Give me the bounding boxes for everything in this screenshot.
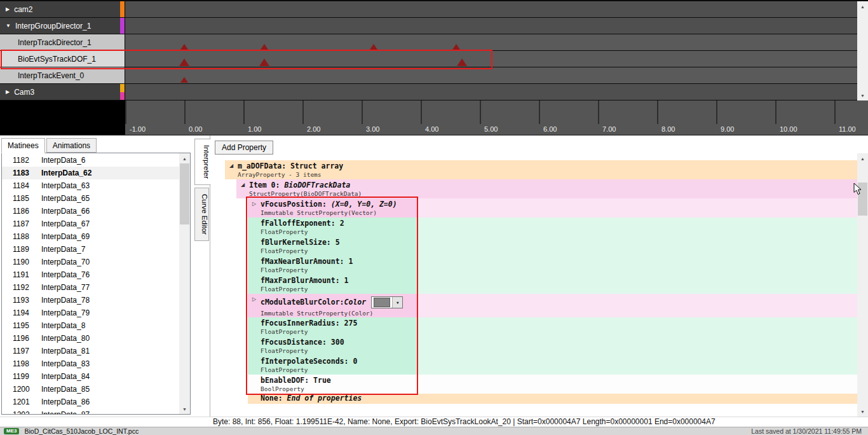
- track-timeline-area[interactable]: [125, 84, 868, 100]
- timeline-ruler[interactable]: -1.000.001.002.003.004.005.006.007.008.0…: [125, 100, 868, 135]
- property-name-value: bEnableDOF: True: [261, 376, 331, 385]
- list-item[interactable]: 1199InterpData_84: [2, 370, 179, 383]
- list-item[interactable]: 1195InterpData_8: [2, 319, 179, 332]
- list-item[interactable]: 1184InterpData_63: [2, 179, 179, 192]
- list-scrollbar-track[interactable]: [179, 163, 190, 404]
- property-row[interactable]: fInterpolateSeconds: 0FloatProperty: [248, 356, 857, 375]
- property-row[interactable]: ▷vFocusPosition: (X=0, Y=0, Z=0)Immutabl…: [248, 198, 857, 218]
- list-item[interactable]: 1200InterpData_85: [2, 383, 179, 396]
- list-item[interactable]: 1188InterpData_69: [2, 230, 179, 243]
- game-badge: ME3: [4, 428, 19, 434]
- property-row[interactable]: fFalloffExponent: 2FloatProperty: [248, 218, 857, 237]
- property-row[interactable]: fMaxNearBlurAmount: 1FloatProperty: [248, 256, 857, 275]
- list-item[interactable]: 1192InterpData_77: [2, 281, 179, 294]
- list-item[interactable]: 1201InterpData_86: [2, 396, 179, 408]
- matinee-list-scrollbar[interactable]: ▲ ▼: [179, 153, 190, 414]
- list-item[interactable]: 1182InterpData_6: [2, 154, 179, 167]
- list-scrollbar-thumb[interactable]: [180, 163, 189, 224]
- tab-matinees[interactable]: Matinees: [1, 138, 45, 153]
- list-item[interactable]: 1194InterpData_79: [2, 307, 179, 319]
- property-row[interactable]: fFocusDistance: 300FloatProperty: [248, 336, 857, 356]
- timeline-row-cam2[interactable]: ▶cam2: [0, 1, 868, 18]
- color-picker-dropdown[interactable]: ▼: [371, 296, 403, 308]
- list-item[interactable]: 1197InterpData_81: [2, 345, 179, 357]
- list-item[interactable]: 1193InterpData_78: [2, 294, 179, 307]
- track-label[interactable]: ▶Cam3: [0, 84, 125, 100]
- list-item[interactable]: 1196InterpData_80: [2, 332, 179, 345]
- ruler-tick-label: 7.00: [602, 125, 616, 133]
- tab-interpreter[interactable]: Interpreter: [194, 139, 211, 185]
- timeline-scrollbar[interactable]: ▲ ▼: [857, 1, 868, 100]
- track-timeline-area[interactable]: [125, 34, 868, 50]
- scroll-down-icon[interactable]: ▼: [179, 404, 190, 414]
- timeline-scrollbar-track[interactable]: [857, 11, 868, 90]
- property-name-value: cModulateBlurColor: Color▼: [261, 296, 403, 309]
- matinee-list: 1182InterpData_61183InterpData_621184Int…: [2, 154, 179, 414]
- expander-expanded-icon[interactable]: ◢: [236, 179, 249, 198]
- track-timeline-area[interactable]: [125, 67, 868, 83]
- track-timeline-area[interactable]: [125, 51, 868, 67]
- tab-curve-editor[interactable]: Curve Editor: [194, 188, 209, 241]
- tab-animations[interactable]: Animations: [46, 138, 97, 153]
- keyframe-marker[interactable]: [259, 59, 269, 66]
- keyframe-marker[interactable]: [180, 77, 188, 83]
- list-item[interactable]: 1190InterpData_70: [2, 256, 179, 268]
- track-label[interactable]: InterpTrackEvent_0: [0, 67, 125, 83]
- property-value: End of properties: [287, 394, 362, 403]
- expander-collapsed-icon[interactable]: ▷: [248, 294, 261, 317]
- expander-expanded-icon[interactable]: ◢: [225, 160, 238, 179]
- group-collapsed-icon[interactable]: ▶: [6, 90, 10, 95]
- list-item[interactable]: 1191InterpData_76: [2, 268, 179, 281]
- scroll-down-icon[interactable]: ▼: [857, 406, 868, 417]
- scroll-up-icon[interactable]: ▲: [857, 1, 868, 11]
- property-row[interactable]: fFocusInnerRadius: 275FloatProperty: [248, 317, 857, 336]
- keyframe-marker[interactable]: [452, 44, 460, 50]
- list-item[interactable]: 1185InterpData_65: [2, 192, 179, 205]
- property-row[interactable]: bEnableDOF: TrueBoolProperty: [248, 375, 857, 394]
- keyframe-marker[interactable]: [180, 44, 188, 50]
- list-item[interactable]: 1189InterpData_7: [2, 243, 179, 256]
- scroll-up-icon[interactable]: ▲: [179, 153, 190, 163]
- dropdown-arrow-icon[interactable]: ▼: [392, 297, 402, 308]
- list-item[interactable]: 1183InterpData_62: [2, 167, 179, 179]
- property-row[interactable]: fBlurKernelSize: 5FloatProperty: [248, 237, 857, 256]
- timeline-row-Cam3[interactable]: ▶Cam3: [0, 84, 868, 100]
- keyframe-marker[interactable]: [179, 59, 189, 66]
- keyframe-marker[interactable]: [261, 44, 268, 50]
- ruler-tick-label: 9.00: [721, 125, 734, 133]
- keyframe-marker[interactable]: [457, 59, 467, 66]
- property-text: bEnableDOF: TrueBoolProperty: [261, 375, 331, 394]
- property-row[interactable]: ◢Item 0: BioDOFTrackDataStructProperty(B…: [236, 179, 857, 198]
- side-tabs: InterpreterCurve Editor: [193, 135, 210, 417]
- list-item-name: InterpData_7: [41, 245, 85, 254]
- property-row[interactable]: fMaxFarBlurAmount: 1FloatProperty: [248, 275, 857, 294]
- interpreter-scrollbar-thumb[interactable]: [858, 183, 867, 216]
- timeline-row-InterpGroupDirector_1[interactable]: ▼InterpGroupDirector_1: [0, 18, 868, 34]
- add-property-button[interactable]: Add Property: [215, 141, 273, 155]
- scroll-down-icon[interactable]: ▼: [857, 90, 868, 100]
- track-label[interactable]: ▶cam2: [0, 1, 125, 17]
- track-label[interactable]: BioEvtSysTrackDOF_1: [0, 51, 125, 67]
- expander-collapsed-icon[interactable]: ▷: [248, 198, 261, 218]
- timeline-row-BioEvtSysTrackDOF_1[interactable]: BioEvtSysTrackDOF_1: [0, 51, 868, 67]
- timeline-row-InterpTrackEvent_0[interactable]: InterpTrackEvent_0: [0, 67, 868, 84]
- list-item[interactable]: 1198InterpData_83: [2, 357, 179, 370]
- timeline-row-InterpTrackDirector_1[interactable]: InterpTrackDirector_1: [0, 34, 868, 51]
- track-label[interactable]: InterpTrackDirector_1: [0, 34, 125, 50]
- matinee-listbox[interactable]: 1182InterpData_61183InterpData_621184Int…: [1, 153, 191, 415]
- interpreter-scrollbar[interactable]: ▲ ▼: [857, 153, 868, 417]
- list-item[interactable]: 1187InterpData_67: [2, 218, 179, 230]
- track-label[interactable]: ▼InterpGroupDirector_1: [0, 18, 125, 34]
- list-item[interactable]: 1186InterpData_66: [2, 205, 179, 218]
- property-row[interactable]: None: End of properties: [248, 394, 857, 404]
- track-timeline-area[interactable]: [125, 18, 868, 34]
- interpreter-scrollbar-track[interactable]: [857, 163, 868, 406]
- scroll-up-icon[interactable]: ▲: [857, 153, 868, 163]
- property-row[interactable]: ◢m_aDOFData: Struct arrayArrayProperty -…: [225, 160, 857, 179]
- list-item[interactable]: 1202InterpData_87: [2, 408, 179, 414]
- group-collapsed-icon[interactable]: ▶: [6, 7, 10, 12]
- property-row[interactable]: ▷cModulateBlurColor: Color▼Immutable Str…: [248, 294, 857, 317]
- keyframe-marker[interactable]: [370, 44, 377, 50]
- group-expanded-icon[interactable]: ▼: [6, 24, 11, 29]
- track-timeline-area[interactable]: [125, 1, 868, 17]
